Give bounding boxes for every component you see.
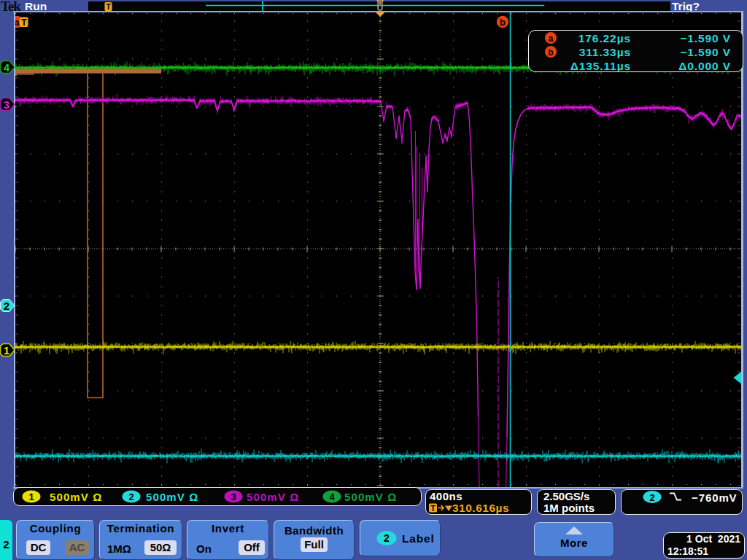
svg-text:2: 2 <box>128 491 133 502</box>
svg-text:T: T <box>21 18 27 28</box>
svg-text:a: a <box>15 18 20 28</box>
svg-text:2: 2 <box>649 492 654 503</box>
svg-text:1: 1 <box>4 344 9 357</box>
svg-text:b: b <box>500 17 506 28</box>
svg-text:3: 3 <box>231 491 236 502</box>
svg-text:4: 4 <box>329 491 335 502</box>
svg-text:3: 3 <box>4 98 9 111</box>
svg-text:4: 4 <box>4 61 10 74</box>
svg-text:2: 2 <box>4 300 9 312</box>
svg-text:T: T <box>430 504 436 513</box>
svg-text:1: 1 <box>28 491 34 502</box>
svg-text:2: 2 <box>384 532 390 544</box>
